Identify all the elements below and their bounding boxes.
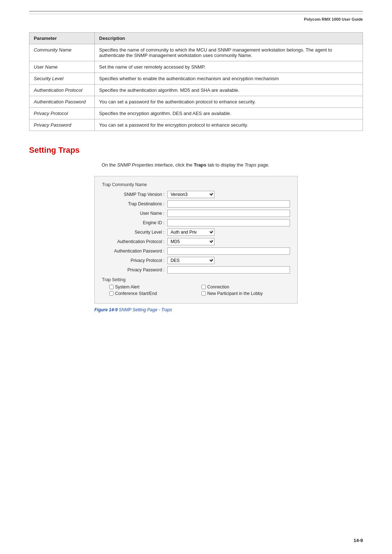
figure-caption-rest: SNMP Setting Page - Traps xyxy=(118,307,172,312)
param-desc-cell: Set the name of user remotely accessed b… xyxy=(95,61,363,73)
trap-checkboxes: System AlertConnectionConference Start/E… xyxy=(109,284,290,296)
trap-checkbox-label: System Alert xyxy=(115,284,139,290)
body-text-2: interface, click the xyxy=(154,162,194,168)
ui-form-label: Trap Destinations : xyxy=(102,201,167,206)
trap-check-item: Connection xyxy=(201,284,290,290)
trap-checkbox[interactable] xyxy=(109,285,114,289)
param-desc-cell: Specifies the encryption algorithm. DES … xyxy=(95,108,363,119)
ui-form-input[interactable] xyxy=(167,266,290,274)
ui-select[interactable]: Version3 xyxy=(167,191,215,198)
param-name-cell: Privacy Password xyxy=(29,119,95,131)
ui-select-wrapper[interactable]: MD5 xyxy=(167,238,215,245)
page-number: 14-9 xyxy=(354,538,363,543)
body-bold-traps: Traps xyxy=(194,162,207,168)
ui-form-label: Privacy Protocol : xyxy=(102,258,167,263)
ui-form-row: Security Level :Auth and Priv xyxy=(102,229,290,236)
ui-form-row: Privacy Password : xyxy=(102,266,290,274)
ui-select[interactable]: MD5 xyxy=(167,238,215,245)
param-name-cell: Authentication Protocol xyxy=(29,85,95,96)
ui-form-row: User Name : xyxy=(102,210,290,217)
trap-check-item: New Participant in the Lobby xyxy=(201,291,290,296)
ui-form-input[interactable] xyxy=(167,219,290,226)
ui-form-row: Privacy Protocol :DES xyxy=(102,257,290,264)
body-italic-snmp: SNMP Properties xyxy=(117,162,154,168)
ui-select-wrapper[interactable]: DES xyxy=(167,257,215,264)
param-desc-cell: You can set a password for the encryptio… xyxy=(95,119,363,131)
ui-select[interactable]: Auth and Priv xyxy=(167,229,215,236)
trap-checkbox-label: Conference Start/End xyxy=(115,291,157,296)
section-heading: Setting Traps xyxy=(29,145,363,155)
trap-checkbox[interactable] xyxy=(109,291,114,296)
ui-form-input[interactable] xyxy=(167,210,290,217)
ui-form-label: SNMP Trap Version : xyxy=(102,192,167,197)
ui-form-row: SNMP Trap Version :Version3 xyxy=(102,191,290,198)
ui-form-input[interactable] xyxy=(167,247,290,255)
param-name-cell: Privacy Protocol xyxy=(29,108,95,119)
ui-select[interactable]: DES xyxy=(167,257,215,264)
body-text-1: On the xyxy=(102,162,117,168)
table-row: Privacy PasswordYou can set a password f… xyxy=(29,119,363,131)
table-row: Authentication ProtocolSpecifies the aut… xyxy=(29,85,363,96)
col-description: Description xyxy=(95,33,363,44)
body-italic-traps: Traps xyxy=(245,162,256,168)
ui-form-input[interactable] xyxy=(167,200,290,208)
body-text-4: page. xyxy=(256,162,269,168)
ui-form-row: Authentication Protocol :MD5 xyxy=(102,238,290,245)
ui-form-row: Engine ID : xyxy=(102,219,290,226)
trap-check-item: Conference Start/End xyxy=(109,291,198,296)
trap-community-title: Trap Community Name xyxy=(102,182,290,187)
ui-form-label: Security Level : xyxy=(102,230,167,235)
trap-checkbox[interactable] xyxy=(201,291,206,296)
ui-form-label: Privacy Password : xyxy=(102,267,167,272)
header-title: Polycom RMX 1000 User Guide xyxy=(304,17,363,21)
ui-form-row: Authentication Password : xyxy=(102,247,290,255)
ui-screenshot-box: Trap Community Name SNMP Trap Version :V… xyxy=(94,176,298,304)
param-desc-cell: You can set a password for the authentic… xyxy=(95,96,363,108)
ui-form-label: User Name : xyxy=(102,211,167,216)
figure-caption: Figure 14-9 SNMP Setting Page - Traps xyxy=(94,307,363,312)
page-header: Polycom RMX 1000 User Guide xyxy=(29,11,363,21)
table-row: Community NameSpecifies the name of comm… xyxy=(29,44,363,61)
table-row: Security LevelSpecifies whether to enabl… xyxy=(29,73,363,85)
trap-checkbox-label: New Participant in the Lobby xyxy=(207,291,263,296)
table-row: Privacy ProtocolSpecifies the encryption… xyxy=(29,108,363,119)
trap-checkbox[interactable] xyxy=(201,285,206,289)
param-name-cell: Community Name xyxy=(29,44,95,61)
param-desc-cell: Specifies the authentication algorithm. … xyxy=(95,85,363,96)
table-row: User NameSet the name of user remotely a… xyxy=(29,61,363,73)
table-row: Authentication PasswordYou can set a pas… xyxy=(29,96,363,108)
ui-form-row: Trap Destinations : xyxy=(102,200,290,208)
param-name-cell: Authentication Password xyxy=(29,96,95,108)
figure-caption-bold: Figure 14-9 xyxy=(94,307,118,312)
param-name-cell: Security Level xyxy=(29,73,95,85)
page-container: Polycom RMX 1000 User Guide Parameter De… xyxy=(0,0,392,554)
ui-select-wrapper[interactable]: Version3 xyxy=(167,191,215,198)
param-name-cell: User Name xyxy=(29,61,95,73)
trap-check-item: System Alert xyxy=(109,284,198,290)
section-body-text: On the SNMP Properties interface, click … xyxy=(102,161,363,169)
body-text-3: tab to display the xyxy=(207,162,245,168)
col-parameter: Parameter xyxy=(29,33,95,44)
parameter-table: Parameter Description Community NameSpec… xyxy=(29,32,363,131)
param-desc-cell: Specifies the name of community to which… xyxy=(95,44,363,61)
trap-setting-title: Trap Setting xyxy=(102,277,290,282)
ui-select-wrapper[interactable]: Auth and Priv xyxy=(167,229,215,236)
ui-form-label: Engine ID : xyxy=(102,220,167,225)
param-desc-cell: Specifies whether to enable the authenti… xyxy=(95,73,363,85)
ui-form-label: Authentication Password : xyxy=(102,249,167,254)
ui-form-label: Authentication Protocol : xyxy=(102,239,167,244)
trap-checkbox-label: Connection xyxy=(207,284,229,290)
